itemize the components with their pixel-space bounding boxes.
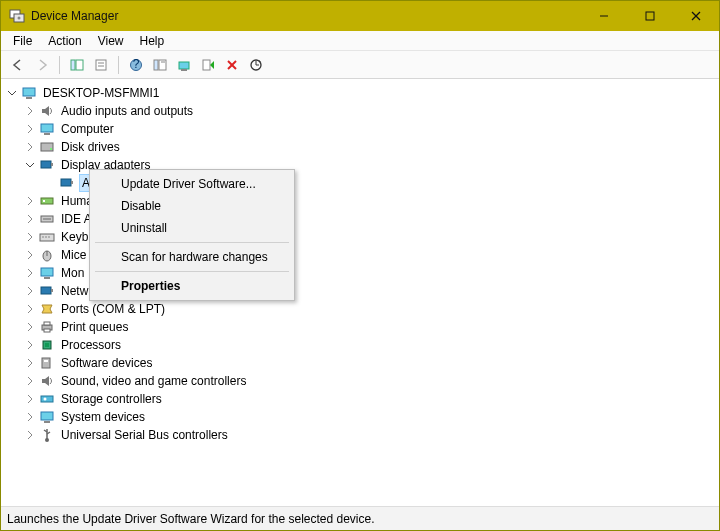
- maximize-button[interactable]: [627, 1, 673, 31]
- expand-icon[interactable]: [23, 338, 37, 352]
- context-separator: [95, 242, 289, 243]
- expand-icon[interactable]: [23, 266, 37, 280]
- svg-point-28: [50, 148, 52, 150]
- toolbar-separator: [118, 56, 119, 74]
- svg-rect-56: [41, 412, 53, 420]
- monitor-icon: [39, 409, 55, 425]
- show-hide-tree-button[interactable]: [66, 54, 88, 76]
- context-uninstall[interactable]: Uninstall: [93, 217, 291, 239]
- tree-item-ports[interactable]: Ports (COM & LPT): [1, 300, 719, 318]
- window-title: Device Manager: [31, 9, 581, 23]
- svg-rect-49: [44, 329, 50, 332]
- svg-rect-33: [41, 198, 53, 204]
- collapse-icon[interactable]: [23, 158, 37, 172]
- help-button[interactable]: ?: [125, 54, 147, 76]
- forward-button[interactable]: [31, 54, 53, 76]
- svg-rect-4: [646, 12, 654, 20]
- expand-icon[interactable]: [23, 122, 37, 136]
- expand-icon[interactable]: [23, 302, 37, 316]
- expand-icon[interactable]: [23, 104, 37, 118]
- tree-item-storage[interactable]: Storage controllers: [1, 390, 719, 408]
- tree-item-label: Print queues: [59, 319, 130, 335]
- svg-rect-14: [154, 60, 158, 70]
- tree-item-processors[interactable]: Processors: [1, 336, 719, 354]
- keyboard-icon: [39, 229, 55, 245]
- expand-icon[interactable]: [23, 284, 37, 298]
- svg-rect-24: [26, 97, 32, 99]
- menu-help[interactable]: Help: [132, 32, 173, 50]
- storage-icon: [39, 391, 55, 407]
- tree-item-label: Computer: [59, 121, 116, 137]
- collapse-icon[interactable]: [5, 86, 19, 100]
- tree-item-label: Processors: [59, 337, 123, 353]
- minimize-button[interactable]: [581, 1, 627, 31]
- svg-rect-51: [45, 343, 49, 347]
- close-button[interactable]: [673, 1, 719, 31]
- svg-rect-26: [44, 133, 50, 135]
- expand-icon[interactable]: [23, 230, 37, 244]
- properties-button[interactable]: [90, 54, 112, 76]
- back-button[interactable]: [7, 54, 29, 76]
- svg-rect-31: [61, 179, 71, 186]
- tree-item-audio[interactable]: Audio inputs and outputs: [1, 102, 719, 120]
- tree-item-computer[interactable]: Computer: [1, 120, 719, 138]
- context-update-driver[interactable]: Update Driver Software...: [93, 173, 291, 195]
- scan-hardware-button[interactable]: [245, 54, 267, 76]
- context-scan[interactable]: Scan for hardware changes: [93, 246, 291, 268]
- svg-point-38: [42, 236, 43, 237]
- svg-rect-8: [76, 60, 83, 70]
- ide-icon: [39, 211, 55, 227]
- no-expand: [43, 176, 57, 190]
- expand-icon[interactable]: [23, 428, 37, 442]
- tree-item-sound[interactable]: Sound, video and game controllers: [1, 372, 719, 390]
- menu-view[interactable]: View: [90, 32, 132, 50]
- tree-item-disk[interactable]: Disk drives: [1, 138, 719, 156]
- tree-item-label: Universal Serial Bus controllers: [59, 427, 230, 443]
- tree-item-label: Software devices: [59, 355, 154, 371]
- context-properties[interactable]: Properties: [93, 275, 291, 297]
- tree-root-label: DESKTOP-MSFMMI1: [41, 85, 161, 101]
- update-driver-button[interactable]: [173, 54, 195, 76]
- cpu-icon: [39, 337, 55, 353]
- svg-rect-43: [41, 268, 53, 276]
- svg-rect-57: [44, 421, 50, 423]
- expand-icon[interactable]: [23, 356, 37, 370]
- action-button[interactable]: [149, 54, 171, 76]
- svg-rect-19: [203, 60, 210, 70]
- context-disable[interactable]: Disable: [93, 195, 291, 217]
- menubar: File Action View Help: [1, 31, 719, 51]
- menu-file[interactable]: File: [5, 32, 40, 50]
- tree-root[interactable]: DESKTOP-MSFMMI1: [1, 84, 719, 102]
- svg-rect-30: [51, 163, 53, 166]
- tree-item-label: Ports (COM & LPT): [59, 301, 167, 317]
- toolbar-separator: [59, 56, 60, 74]
- printer-icon: [39, 319, 55, 335]
- tree-item-label: Netw: [59, 283, 90, 299]
- menu-action[interactable]: Action: [40, 32, 89, 50]
- expand-icon[interactable]: [23, 374, 37, 388]
- svg-rect-44: [44, 277, 50, 279]
- tree-item-label: Keyb: [59, 229, 90, 245]
- svg-rect-46: [51, 289, 53, 292]
- svg-rect-18: [181, 69, 187, 71]
- status-text: Launches the Update Driver Software Wiza…: [7, 512, 375, 526]
- expand-icon[interactable]: [23, 392, 37, 406]
- port-icon: [39, 301, 55, 317]
- tree-item-usb[interactable]: Universal Serial Bus controllers: [1, 426, 719, 444]
- device-manager-icon: [9, 8, 25, 24]
- expand-icon[interactable]: [23, 248, 37, 262]
- expand-icon[interactable]: [23, 212, 37, 226]
- expand-icon[interactable]: [23, 194, 37, 208]
- uninstall-button[interactable]: [221, 54, 243, 76]
- svg-rect-29: [41, 161, 51, 168]
- expand-icon[interactable]: [23, 140, 37, 154]
- tree-item-print[interactable]: Print queues: [1, 318, 719, 336]
- svg-rect-32: [71, 181, 73, 184]
- svg-rect-37: [40, 234, 54, 241]
- tree-item-system[interactable]: System devices: [1, 408, 719, 426]
- enable-button[interactable]: [197, 54, 219, 76]
- expand-icon[interactable]: [23, 410, 37, 424]
- expand-icon[interactable]: [23, 320, 37, 334]
- svg-point-2: [18, 17, 21, 20]
- tree-item-software[interactable]: Software devices: [1, 354, 719, 372]
